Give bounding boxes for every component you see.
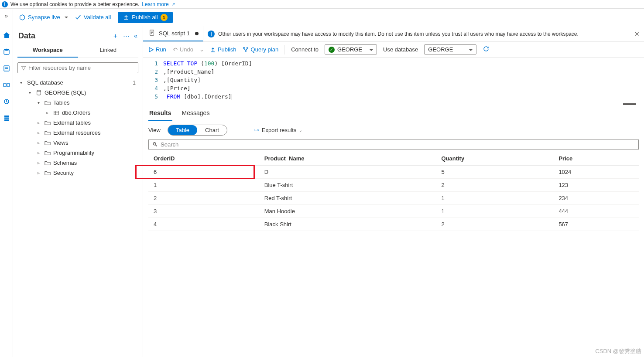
column-header[interactable]: OrderID bbox=[148, 152, 259, 166]
info-icon: i bbox=[2, 1, 8, 7]
results-search[interactable]: 🔍︎ bbox=[148, 139, 639, 150]
integrate-icon[interactable] bbox=[3, 81, 10, 89]
filter-input[interactable]: ▽ bbox=[17, 62, 138, 73]
publish-count-badge: 1 bbox=[161, 14, 168, 21]
svg-rect-10 bbox=[150, 30, 154, 35]
tree-sql-database[interactable]: ▾ SQL database 1 bbox=[17, 78, 138, 88]
develop-icon[interactable] bbox=[3, 65, 10, 72]
tree-george-db[interactable]: ▾ GEORGE (SQL) bbox=[17, 88, 138, 98]
view-label: View bbox=[148, 127, 161, 133]
folder-icon bbox=[45, 100, 51, 106]
learn-more-link[interactable]: Learn more bbox=[142, 1, 168, 7]
column-header[interactable]: Product_Name bbox=[259, 152, 436, 166]
query-plan-button[interactable]: Query plan bbox=[243, 46, 279, 53]
home-icon[interactable] bbox=[3, 31, 10, 39]
database-icon bbox=[36, 90, 42, 96]
collapse-panel-icon[interactable]: « bbox=[134, 32, 137, 40]
toggle-chart[interactable]: Chart bbox=[197, 125, 227, 135]
connect-to-dropdown[interactable]: ✓GEORGE bbox=[325, 44, 377, 54]
use-database-label: Use database bbox=[383, 46, 418, 53]
table-row[interactable]: 2Red T-shirt1234 bbox=[148, 192, 639, 205]
tab-linked[interactable]: Linked bbox=[78, 43, 139, 58]
folder-icon bbox=[45, 150, 51, 156]
side-panel: Data ＋ ⋯ « Workspace Linked ▽ bbox=[13, 26, 143, 357]
run-button[interactable]: Run bbox=[148, 46, 166, 53]
svg-point-8 bbox=[37, 90, 41, 92]
tab-workspace[interactable]: Workspace bbox=[17, 43, 78, 58]
add-icon[interactable]: ＋ bbox=[112, 32, 119, 40]
toggle-table[interactable]: Table bbox=[168, 125, 197, 135]
top-toolbar: Synapse live Validate all Publish all 1 bbox=[13, 9, 644, 26]
svg-rect-6 bbox=[4, 118, 9, 119]
manage-icon[interactable] bbox=[3, 114, 10, 122]
tree-security[interactable]: ▹Security bbox=[17, 168, 138, 178]
undo-button[interactable]: Undo bbox=[172, 46, 193, 53]
validate-all-button[interactable]: Validate all bbox=[75, 14, 111, 20]
svg-point-13 bbox=[245, 50, 246, 51]
results-grid: OrderIDProduct_NameQuantityPrice 6D51024… bbox=[143, 152, 644, 231]
code-editor[interactable]: 1SELECT TOP (100) [OrderID]2,[Product_Na… bbox=[143, 58, 644, 102]
table-header: OrderIDProduct_NameQuantityPrice bbox=[148, 152, 639, 166]
panel-resize-handle[interactable] bbox=[143, 102, 644, 106]
watermark: CSDN @發糞塗牆 bbox=[595, 347, 641, 355]
export-icon: ↦ bbox=[254, 127, 259, 133]
close-icon[interactable]: ✕ bbox=[634, 31, 640, 37]
drag-handle-icon bbox=[623, 103, 636, 105]
folder-icon bbox=[45, 120, 51, 126]
filter-field[interactable] bbox=[28, 65, 134, 71]
svg-point-0 bbox=[4, 49, 9, 51]
editor-area: SQL script 1 i Other users in your works… bbox=[143, 26, 644, 357]
folder-icon bbox=[45, 130, 51, 136]
warning-banner: i Other users in your workspace may have… bbox=[203, 31, 644, 37]
folder-icon bbox=[45, 140, 51, 146]
collapse-rail-icon[interactable]: » bbox=[5, 12, 8, 19]
column-header[interactable]: Price bbox=[553, 152, 639, 166]
svg-point-11 bbox=[243, 47, 244, 48]
tree-external-resources[interactable]: ▹External resources bbox=[17, 128, 138, 138]
monitor-icon[interactable] bbox=[3, 98, 10, 105]
more-icon[interactable]: ⋯ bbox=[123, 32, 130, 40]
svg-rect-2 bbox=[3, 84, 6, 86]
warning-text: Other users in your workspace may have a… bbox=[218, 31, 579, 37]
editor-tab[interactable]: SQL script 1 bbox=[143, 26, 203, 41]
export-results-button[interactable]: ↦ Export results ⌄ bbox=[254, 127, 302, 133]
undo-chevron[interactable]: ⌄ bbox=[199, 46, 204, 53]
svg-rect-7 bbox=[4, 119, 9, 121]
svg-rect-5 bbox=[4, 116, 9, 117]
tree-external-tables[interactable]: ▹External tables bbox=[17, 118, 138, 128]
synapse-live-dropdown[interactable]: Synapse live bbox=[19, 14, 68, 20]
table-row[interactable]: 1Blue T-shirt2123 bbox=[148, 179, 639, 192]
check-icon: ✓ bbox=[329, 47, 335, 53]
data-icon[interactable] bbox=[3, 48, 10, 56]
svg-rect-9 bbox=[54, 111, 59, 115]
left-rail: » bbox=[0, 9, 13, 357]
use-database-dropdown[interactable]: GEORGE bbox=[424, 44, 476, 54]
results-search-field[interactable] bbox=[161, 141, 635, 148]
tab-messages[interactable]: Messages bbox=[181, 106, 211, 121]
folder-icon bbox=[45, 170, 51, 176]
cookie-banner: i We use optional cookies to provide a b… bbox=[0, 0, 644, 9]
tree-schemas[interactable]: ▹Schemas bbox=[17, 158, 138, 168]
table-icon bbox=[53, 110, 59, 116]
table-row[interactable]: 6D51024 bbox=[148, 166, 639, 179]
tree-dbo-orders[interactable]: ▹ dbo.Orders bbox=[17, 108, 138, 118]
svg-point-12 bbox=[247, 47, 248, 48]
publish-button[interactable]: Publish bbox=[210, 46, 236, 53]
sql-script-icon bbox=[149, 30, 155, 37]
refresh-icon[interactable] bbox=[483, 45, 490, 54]
column-header[interactable]: Quantity bbox=[436, 152, 553, 166]
external-link-icon: ↗ bbox=[171, 2, 175, 7]
tree-views[interactable]: ▹Views bbox=[17, 138, 138, 148]
svg-rect-3 bbox=[7, 84, 10, 86]
side-title: Data bbox=[18, 31, 35, 41]
resource-tree: ▾ SQL database 1 ▾ GEORGE (SQL) ▾ bbox=[17, 78, 138, 178]
table-row[interactable]: 3Man Hoodie1444 bbox=[148, 205, 639, 218]
filter-icon: ▽ bbox=[21, 65, 26, 71]
unsaved-dot-icon bbox=[195, 32, 199, 35]
tree-programmability[interactable]: ▹Programmability bbox=[17, 148, 138, 158]
table-row[interactable]: 4Black Shirt2567 bbox=[148, 218, 639, 231]
publish-all-button[interactable]: Publish all 1 bbox=[118, 12, 172, 23]
search-icon: 🔍︎ bbox=[152, 141, 158, 148]
tree-tables[interactable]: ▾ Tables bbox=[17, 98, 138, 108]
tab-results[interactable]: Results bbox=[148, 106, 172, 121]
